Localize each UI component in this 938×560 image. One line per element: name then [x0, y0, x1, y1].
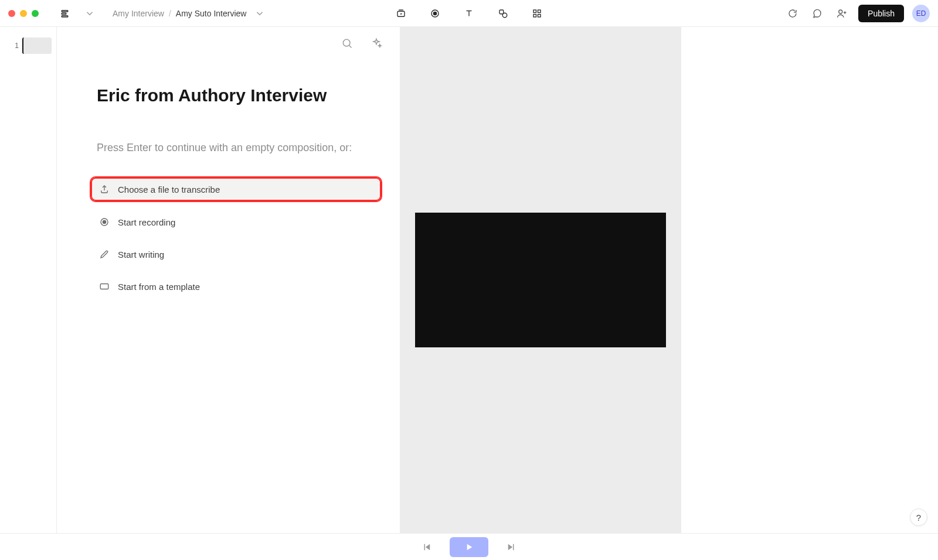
project-menu-button[interactable]	[57, 5, 74, 22]
window-zoom-icon[interactable]	[32, 10, 39, 17]
media-library-icon[interactable]	[393, 5, 409, 22]
main: 1 Eric from Authory Interview Press Ente…	[0, 27, 938, 533]
help-button[interactable]: ?	[910, 508, 927, 526]
video-placeholder[interactable]	[415, 213, 666, 347]
window-close-icon[interactable]	[8, 10, 15, 17]
option-start-writing[interactable]: Start writing	[91, 243, 381, 265]
search-icon[interactable]	[339, 35, 355, 52]
svg-point-14	[343, 39, 350, 46]
user-avatar[interactable]: ED	[912, 5, 930, 22]
svg-rect-10	[538, 10, 541, 13]
option-label: Start from a template	[118, 282, 200, 292]
play-button[interactable]	[450, 537, 488, 557]
sync-icon[interactable]	[784, 5, 801, 22]
option-start-recording[interactable]: Start recording	[91, 211, 381, 233]
publish-button[interactable]: Publish	[858, 5, 904, 22]
breadcrumb-chevron[interactable]	[251, 5, 267, 22]
svg-marker-4	[400, 13, 402, 15]
preview-inner	[400, 213, 681, 347]
svg-point-6	[433, 12, 436, 15]
skip-back-button[interactable]	[417, 537, 437, 557]
option-choose-file[interactable]: Choose a file to transcribe	[91, 177, 381, 201]
option-label: Choose a file to transcribe	[118, 185, 220, 194]
svg-marker-20	[426, 544, 430, 550]
svg-rect-2	[62, 15, 68, 16]
shapes-icon[interactable]	[495, 5, 511, 22]
player-bar	[0, 533, 938, 560]
document-hint: Press Enter to continue with an empty co…	[97, 142, 381, 154]
preview-pane	[400, 27, 681, 533]
window-minimize-icon[interactable]	[20, 10, 27, 17]
breadcrumb-parent[interactable]: Amy Interview	[113, 9, 164, 18]
comment-icon[interactable]	[809, 5, 825, 22]
svg-marker-22	[508, 544, 513, 550]
start-options: Choose a file to transcribe Start record…	[91, 177, 381, 298]
editor-toolbar	[339, 35, 385, 52]
svg-rect-7	[499, 10, 504, 14]
editor-pane: Eric from Authory Interview Press Enter …	[57, 27, 400, 533]
add-collaborator-icon[interactable]	[834, 5, 850, 22]
svg-point-17	[103, 220, 106, 223]
topbar-right: Publish ED	[784, 5, 930, 22]
breadcrumb-separator: /	[169, 9, 171, 18]
thumbnail-rail: 1	[0, 27, 57, 533]
record-icon[interactable]	[427, 5, 443, 22]
option-label: Start recording	[118, 217, 175, 227]
svg-rect-9	[533, 10, 536, 13]
svg-rect-1	[62, 13, 66, 14]
option-label: Start writing	[118, 250, 164, 259]
svg-rect-11	[533, 14, 536, 17]
breadcrumb-current[interactable]: Amy Suto Interview	[176, 9, 247, 18]
svg-point-13	[839, 10, 842, 13]
ai-sparkle-icon[interactable]	[368, 35, 385, 52]
window-controls	[8, 10, 39, 17]
template-rect-icon	[99, 281, 110, 292]
svg-rect-12	[538, 14, 541, 17]
right-margin	[681, 27, 938, 533]
document-title[interactable]: Eric from Authory Interview	[97, 86, 381, 105]
thumbnail-item[interactable]: 1	[15, 37, 56, 54]
topbar: Amy Interview / Amy Suto Interview	[0, 0, 938, 27]
text-tool-icon[interactable]	[461, 5, 477, 22]
record-dot-icon	[99, 217, 110, 227]
thumbnail-preview[interactable]	[22, 37, 52, 54]
pencil-icon	[99, 249, 110, 259]
upload-icon	[99, 184, 110, 194]
svg-line-15	[349, 45, 351, 47]
svg-marker-21	[467, 544, 473, 550]
option-start-template[interactable]: Start from a template	[91, 275, 381, 298]
svg-point-8	[502, 13, 507, 18]
svg-rect-18	[100, 284, 108, 289]
svg-rect-0	[62, 10, 68, 11]
project-menu-chevron[interactable]	[81, 5, 97, 22]
topbar-mode-switch	[393, 5, 545, 22]
apps-grid-icon[interactable]	[529, 5, 545, 22]
breadcrumb: Amy Interview / Amy Suto Interview	[113, 5, 267, 22]
thumbnail-index: 1	[15, 42, 19, 50]
skip-forward-button[interactable]	[501, 537, 521, 557]
